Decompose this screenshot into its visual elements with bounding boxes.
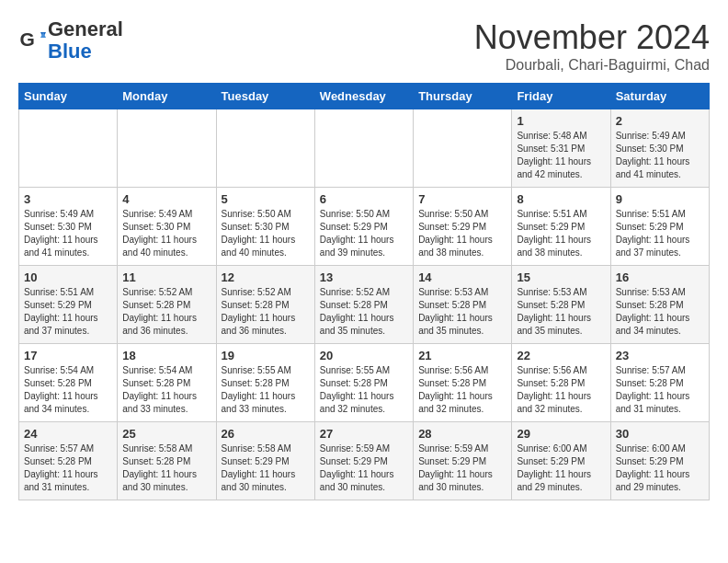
calendar-week-1: 1Sunrise: 5:48 AM Sunset: 5:31 PM Daylig… (19, 109, 710, 188)
calendar-table: SundayMondayTuesdayWednesdayThursdayFrid… (18, 83, 710, 500)
calendar-cell (19, 109, 118, 188)
day-header-friday: Friday (512, 84, 610, 109)
day-info: Sunrise: 5:49 AM Sunset: 5:30 PM Dayligh… (24, 208, 112, 259)
day-number: 2 (616, 114, 704, 128)
day-number: 26 (222, 427, 310, 441)
day-number: 12 (222, 270, 310, 284)
day-number: 8 (517, 192, 605, 206)
day-number: 24 (24, 427, 112, 441)
calendar-cell: 4Sunrise: 5:49 AM Sunset: 5:30 PM Daylig… (118, 188, 216, 266)
day-info: Sunrise: 5:56 AM Sunset: 5:28 PM Dayligh… (517, 364, 605, 416)
calendar-cell: 25Sunrise: 5:58 AM Sunset: 5:28 PM Dayli… (118, 422, 216, 500)
calendar-cell: 5Sunrise: 5:50 AM Sunset: 5:30 PM Daylig… (216, 188, 314, 266)
calendar-week-3: 10Sunrise: 5:51 AM Sunset: 5:29 PM Dayli… (19, 266, 710, 344)
day-header-wednesday: Wednesday (314, 84, 413, 109)
day-number: 16 (616, 270, 704, 284)
day-info: Sunrise: 5:57 AM Sunset: 5:28 PM Dayligh… (616, 364, 704, 416)
day-number: 11 (122, 270, 210, 284)
day-number: 29 (517, 427, 605, 441)
day-info: Sunrise: 5:51 AM Sunset: 5:29 PM Dayligh… (517, 208, 605, 259)
day-info: Sunrise: 5:49 AM Sunset: 5:30 PM Dayligh… (122, 208, 210, 259)
day-number: 15 (517, 270, 605, 284)
day-info: Sunrise: 5:50 AM Sunset: 5:29 PM Dayligh… (418, 208, 506, 259)
day-number: 22 (517, 349, 605, 362)
day-number: 13 (320, 270, 408, 284)
calendar-cell: 23Sunrise: 5:57 AM Sunset: 5:28 PM Dayli… (610, 344, 709, 422)
day-number: 17 (24, 349, 112, 362)
day-info: Sunrise: 5:51 AM Sunset: 5:29 PM Dayligh… (616, 208, 704, 259)
day-info: Sunrise: 6:00 AM Sunset: 5:29 PM Dayligh… (616, 442, 704, 494)
calendar-cell: 18Sunrise: 5:54 AM Sunset: 5:28 PM Dayli… (118, 344, 216, 422)
day-info: Sunrise: 5:52 AM Sunset: 5:28 PM Dayligh… (122, 286, 210, 338)
day-info: Sunrise: 5:50 AM Sunset: 5:29 PM Dayligh… (320, 208, 408, 259)
calendar-cell: 22Sunrise: 5:56 AM Sunset: 5:28 PM Dayli… (512, 344, 610, 422)
svg-text:G: G (20, 29, 35, 50)
calendar-cell: 14Sunrise: 5:53 AM Sunset: 5:28 PM Dayli… (414, 266, 512, 344)
calendar-cell: 21Sunrise: 5:56 AM Sunset: 5:28 PM Dayli… (414, 344, 512, 422)
day-number: 14 (418, 270, 506, 284)
day-info: Sunrise: 5:57 AM Sunset: 5:28 PM Dayligh… (24, 442, 112, 494)
day-number: 27 (320, 427, 408, 441)
day-number: 21 (418, 349, 506, 362)
title-block: November 2024 Dourbali, Chari-Baguirmi, … (474, 18, 710, 74)
calendar-cell: 15Sunrise: 5:53 AM Sunset: 5:28 PM Dayli… (512, 266, 610, 344)
day-info: Sunrise: 5:55 AM Sunset: 5:28 PM Dayligh… (222, 364, 310, 416)
calendar-week-2: 3Sunrise: 5:49 AM Sunset: 5:30 PM Daylig… (19, 188, 710, 266)
calendar-cell (414, 109, 512, 188)
calendar-cell: 26Sunrise: 5:58 AM Sunset: 5:29 PM Dayli… (216, 422, 314, 500)
day-number: 9 (616, 192, 704, 206)
day-info: Sunrise: 5:49 AM Sunset: 5:30 PM Dayligh… (616, 130, 704, 181)
day-header-saturday: Saturday (610, 84, 709, 109)
calendar-cell (314, 109, 413, 188)
day-header-monday: Monday (118, 84, 216, 109)
page-header: G General Blue November 2024 Dourbali, C… (18, 18, 710, 74)
calendar-cell: 2Sunrise: 5:49 AM Sunset: 5:30 PM Daylig… (610, 109, 709, 188)
day-number: 18 (122, 349, 210, 362)
calendar-week-4: 17Sunrise: 5:54 AM Sunset: 5:28 PM Dayli… (19, 344, 710, 422)
day-info: Sunrise: 5:54 AM Sunset: 5:28 PM Dayligh… (122, 364, 210, 416)
day-info: Sunrise: 5:56 AM Sunset: 5:28 PM Dayligh… (418, 364, 506, 416)
day-header-tuesday: Tuesday (216, 84, 314, 109)
calendar-cell: 20Sunrise: 5:55 AM Sunset: 5:28 PM Dayli… (314, 344, 413, 422)
day-number: 6 (320, 192, 408, 206)
day-number: 5 (222, 192, 310, 206)
calendar-cell: 29Sunrise: 6:00 AM Sunset: 5:29 PM Dayli… (512, 422, 610, 500)
calendar-cell: 12Sunrise: 5:52 AM Sunset: 5:28 PM Dayli… (216, 266, 314, 344)
day-number: 10 (24, 270, 112, 284)
calendar-cell (118, 109, 216, 188)
day-info: Sunrise: 5:58 AM Sunset: 5:29 PM Dayligh… (222, 442, 310, 494)
logo-line1: General (48, 17, 123, 40)
calendar-cell: 17Sunrise: 5:54 AM Sunset: 5:28 PM Dayli… (19, 344, 118, 422)
calendar-cell: 16Sunrise: 5:53 AM Sunset: 5:28 PM Dayli… (610, 266, 709, 344)
calendar-cell: 6Sunrise: 5:50 AM Sunset: 5:29 PM Daylig… (314, 188, 413, 266)
day-info: Sunrise: 5:53 AM Sunset: 5:28 PM Dayligh… (517, 286, 605, 338)
day-number: 1 (517, 114, 605, 128)
location: Dourbali, Chari-Baguirmi, Chad (474, 57, 710, 74)
day-info: Sunrise: 5:55 AM Sunset: 5:28 PM Dayligh… (320, 364, 408, 416)
day-number: 23 (616, 349, 704, 362)
logo-icon: G (18, 27, 46, 54)
calendar-cell: 30Sunrise: 6:00 AM Sunset: 5:29 PM Dayli… (610, 422, 709, 500)
day-number: 4 (122, 192, 210, 206)
calendar-cell: 27Sunrise: 5:59 AM Sunset: 5:29 PM Dayli… (314, 422, 413, 500)
calendar-cell: 9Sunrise: 5:51 AM Sunset: 5:29 PM Daylig… (610, 188, 709, 266)
day-info: Sunrise: 5:59 AM Sunset: 5:29 PM Dayligh… (418, 442, 506, 494)
day-number: 25 (122, 427, 210, 441)
day-number: 7 (418, 192, 506, 206)
month-title: November 2024 (474, 18, 710, 57)
calendar-cell: 19Sunrise: 5:55 AM Sunset: 5:28 PM Dayli… (216, 344, 314, 422)
day-info: Sunrise: 5:53 AM Sunset: 5:28 PM Dayligh… (616, 286, 704, 338)
day-number: 20 (320, 349, 408, 362)
day-info: Sunrise: 5:52 AM Sunset: 5:28 PM Dayligh… (320, 286, 408, 338)
day-info: Sunrise: 6:00 AM Sunset: 5:29 PM Dayligh… (517, 442, 605, 494)
calendar-cell: 24Sunrise: 5:57 AM Sunset: 5:28 PM Dayli… (19, 422, 118, 500)
day-number: 30 (616, 427, 704, 441)
header-row: SundayMondayTuesdayWednesdayThursdayFrid… (19, 84, 710, 109)
calendar-cell: 28Sunrise: 5:59 AM Sunset: 5:29 PM Dayli… (414, 422, 512, 500)
calendar-cell: 10Sunrise: 5:51 AM Sunset: 5:29 PM Dayli… (19, 266, 118, 344)
calendar-cell: 3Sunrise: 5:49 AM Sunset: 5:30 PM Daylig… (19, 188, 118, 266)
day-info: Sunrise: 5:54 AM Sunset: 5:28 PM Dayligh… (24, 364, 112, 416)
calendar-cell: 11Sunrise: 5:52 AM Sunset: 5:28 PM Dayli… (118, 266, 216, 344)
calendar-week-5: 24Sunrise: 5:57 AM Sunset: 5:28 PM Dayli… (19, 422, 710, 500)
day-info: Sunrise: 5:53 AM Sunset: 5:28 PM Dayligh… (418, 286, 506, 338)
